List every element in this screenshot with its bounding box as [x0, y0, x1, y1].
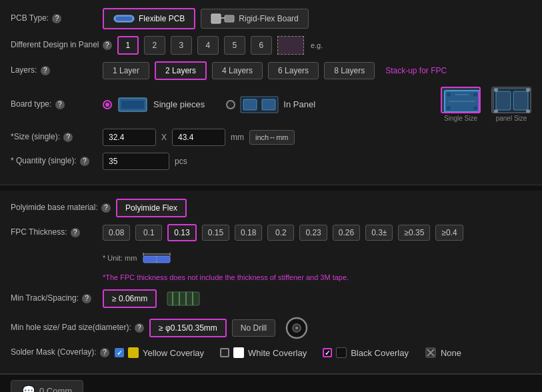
size-label: *Size (single): ? [11, 132, 97, 143]
layer-1-button[interactable]: 1 Layer [103, 62, 149, 79]
design-num-2-button[interactable]: 2 [144, 36, 165, 55]
min-track-help-icon[interactable]: ? [82, 294, 91, 303]
thickness-unit-note: * Unit: mm [103, 254, 137, 262]
min-hole-help-icon[interactable]: ? [135, 323, 144, 333]
unit-convert-button[interactable]: inch↔mm [249, 130, 295, 145]
thickness-013-button[interactable]: 0.13 [167, 224, 196, 241]
stack-up-link[interactable]: Stack-up for FPC [385, 66, 447, 75]
fpc-thickness-label: FPC Thickness: ? [11, 227, 97, 238]
svg-point-13 [473, 106, 477, 110]
size-row: *Size (single): ? X mm inch↔mm [11, 129, 531, 146]
design-num-6-button[interactable]: 6 [251, 36, 272, 55]
svg-rect-2 [211, 14, 221, 23]
single-pieces-radio-indicator [103, 100, 112, 109]
yellow-coverlay-label: Yellow Coverlay [143, 348, 204, 358]
black-coverlay-option[interactable]: ✓ Black Coverlay [323, 347, 409, 358]
pcb-type-help-icon[interactable]: ? [52, 14, 61, 23]
svg-point-19 [494, 88, 498, 92]
svg-point-10 [447, 93, 451, 97]
black-coverlay-checkbox[interactable]: ✓ [323, 348, 332, 357]
min-track-label: Min Track/Spacing: ? [11, 293, 97, 304]
eg-label: e.g. [311, 41, 323, 49]
svg-rect-17 [496, 91, 511, 110]
layers-label: Layers: ? [11, 65, 97, 76]
svg-point-20 [526, 88, 530, 92]
min-track-value-button[interactable]: ≥ 0.06mm [103, 289, 157, 308]
comm-icon: 💬 [22, 385, 35, 392]
board-type-label: Board type: ? [11, 99, 97, 110]
size-x-label: X [161, 133, 167, 142]
thickness-015-button[interactable]: 0.15 [202, 225, 229, 241]
svg-point-22 [526, 109, 530, 113]
svg-rect-8 [262, 99, 275, 110]
layer-8-button[interactable]: 8 Layers [324, 62, 375, 79]
design-num-5-button[interactable]: 5 [224, 36, 245, 55]
in-panel-radio-indicator [226, 100, 235, 109]
base-material-help-icon[interactable]: ? [101, 203, 111, 213]
eg-preview-box [277, 36, 304, 55]
thickness-04-button[interactable]: ≥0.4 [435, 225, 463, 241]
design-num-1-button[interactable]: 1 [117, 36, 139, 55]
yellow-coverlay-option[interactable]: ✓ Yellow Coverlay [115, 347, 204, 358]
rigid-flex-icon [211, 13, 235, 25]
none-coverlay-label: None [441, 348, 461, 358]
bottom-bar: 💬 0 Comm [0, 374, 542, 392]
none-coverlay-option[interactable]: None [425, 347, 461, 359]
size-width-input[interactable] [103, 129, 156, 146]
design-num-4-button[interactable]: 4 [197, 36, 219, 55]
comm-label: 0 Comm [39, 386, 72, 392]
layers-help-icon[interactable]: ? [41, 66, 50, 75]
svg-rect-18 [513, 91, 528, 110]
panel-size-preview-img [491, 87, 531, 113]
layer-6-button[interactable]: 6 Layers [268, 62, 319, 79]
fpc-thickness-section: FPC Thickness: ? 0.08 0.1 0.13 0.15 0.18… [11, 224, 531, 281]
thickness-03-button[interactable]: 0.3± [365, 225, 393, 241]
thickness-026-button[interactable]: 0.26 [333, 225, 360, 241]
quantity-help-icon[interactable]: ? [80, 157, 89, 166]
quantity-label: * Quantity (single): ? [11, 156, 97, 167]
svg-rect-1 [116, 17, 132, 21]
different-design-row: Different Design in Panel ? 1 2 3 4 5 6 … [11, 36, 531, 55]
min-track-visual-icon [166, 288, 201, 309]
flexible-pcb-button[interactable]: Flexible PCB [103, 8, 195, 29]
drill-size-button[interactable]: ≥ φ0.15/0.35mm [149, 319, 227, 337]
section-divider [0, 185, 542, 191]
no-drill-button[interactable]: No Drill [232, 319, 275, 337]
rigid-flex-board-button[interactable]: Rigid-Flex Board [201, 9, 308, 29]
yellow-coverlay-checkbox[interactable]: ✓ [115, 348, 124, 357]
fpc-thickness-help-icon[interactable]: ? [71, 228, 80, 237]
svg-point-32 [295, 327, 298, 329]
thickness-02-button[interactable]: 0.2 [267, 225, 294, 241]
thickness-018-button[interactable]: 0.18 [235, 225, 262, 241]
comm-badge[interactable]: 💬 0 Comm [11, 380, 83, 392]
thickness-01-button[interactable]: 0.1 [135, 225, 162, 241]
thickness-035-button[interactable]: ≥0.35 [398, 225, 430, 241]
quantity-row: * Quantity (single): ? pcs [11, 153, 531, 170]
in-panel-radio[interactable]: In Panel [226, 95, 315, 114]
white-coverlay-checkbox[interactable] [220, 348, 229, 357]
size-help-icon[interactable]: ? [63, 133, 73, 142]
panel-size-preview: panel Size [491, 87, 531, 122]
different-design-help-icon[interactable]: ? [103, 41, 112, 50]
quantity-input[interactable] [103, 153, 169, 170]
layer-2-button[interactable]: 2 Layers [155, 61, 207, 80]
thickness-023-button[interactable]: 0.23 [299, 225, 327, 241]
board-type-row: Board type: ? Single pieces [11, 87, 531, 122]
white-coverlay-option[interactable]: White Coverlay [220, 347, 307, 358]
base-material-label: Polyimide base material: ? [11, 203, 111, 213]
size-height-input[interactable] [172, 129, 225, 146]
thickness-008-button[interactable]: 0.08 [103, 225, 130, 241]
flexible-pcb-icon [113, 13, 135, 25]
polyimide-flex-button[interactable]: Polyimide Flex [116, 199, 187, 217]
solder-mask-label: Solder Mask (Coverlay): ? [11, 347, 109, 358]
black-color-swatch [336, 347, 347, 358]
design-num-3-button[interactable]: 3 [171, 36, 192, 55]
layer-4-button[interactable]: 4 Layers [212, 62, 263, 79]
solder-mask-help-icon[interactable]: ? [100, 348, 109, 357]
single-pieces-radio[interactable]: Single pieces [103, 95, 205, 114]
yellow-color-swatch [128, 347, 139, 358]
board-type-help-icon[interactable]: ? [55, 100, 65, 109]
panel-size-label: panel Size [496, 115, 527, 122]
different-design-label: Different Design in Panel ? [11, 40, 112, 51]
svg-point-21 [494, 109, 498, 113]
